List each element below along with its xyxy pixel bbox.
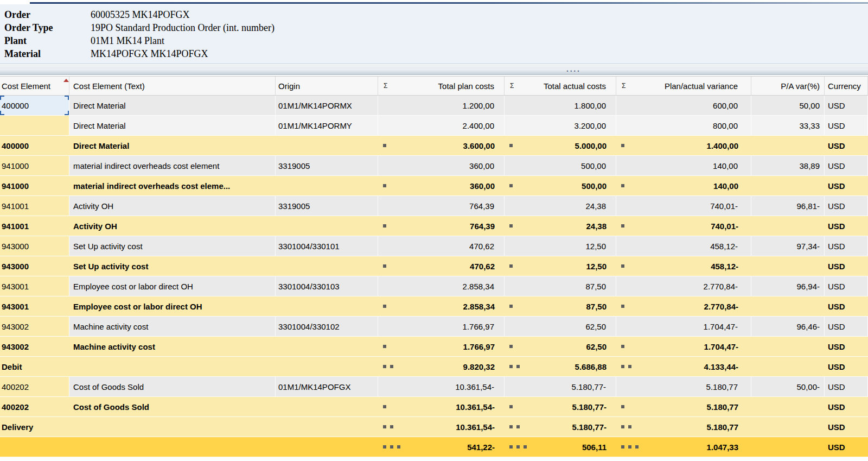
cell-total-actual-costs[interactable]: 5.180,77- (505, 417, 616, 437)
cell-pa-var-pct[interactable] (751, 357, 825, 376)
cell-total-plan-costs[interactable]: 1.766,97 (378, 317, 505, 336)
cell-plan-actual-variance[interactable]: 5.180,77 (616, 397, 751, 416)
cell-total-plan-costs[interactable]: 1.766,97 (378, 337, 505, 356)
cell-plan-actual-variance[interactable]: 4.133,44- (616, 357, 751, 376)
cell-total-actual-costs[interactable]: 5.180,77- (505, 397, 616, 416)
cell-plan-actual-variance[interactable]: 1.704,47- (616, 317, 751, 336)
cell-cost-element[interactable]: 941001 (0, 216, 69, 236)
cell-origin[interactable] (276, 296, 378, 316)
cell-cost-element[interactable]: 941000 (0, 176, 69, 195)
cell-currency[interactable]: USD (825, 96, 868, 115)
cell-cost-element[interactable]: Delivery (0, 417, 69, 437)
cell-currency[interactable]: USD (825, 196, 868, 216)
cell-total-plan-costs[interactable]: 3.600,00 (378, 136, 505, 155)
column-header-cost-element[interactable]: Cost Element (0, 77, 69, 95)
cell-origin[interactable]: 01M1/MK14PORMX (276, 96, 378, 115)
cell-origin[interactable] (276, 337, 378, 356)
cell-cost-element-text[interactable]: Cost of Goods Sold (69, 397, 276, 416)
cell-currency[interactable]: USD (825, 437, 868, 457)
cell-pa-var-pct[interactable]: 97,34- (751, 236, 825, 256)
cell-total-plan-costs[interactable]: 2.400,00 (378, 116, 505, 135)
cell-cost-element-text[interactable]: Set Up activity cost (69, 256, 276, 276)
cell-cost-element-text[interactable]: Activity OH (69, 196, 276, 216)
cell-plan-actual-variance[interactable]: 458,12- (616, 256, 751, 276)
cell-total-actual-costs[interactable]: 87,50 (505, 296, 616, 316)
cell-currency[interactable]: USD (825, 176, 868, 195)
cell-total-plan-costs[interactable]: 10.361,54- (378, 377, 505, 396)
cell-cost-element-text[interactable]: Direct Material (69, 136, 276, 155)
cell-cost-element-text[interactable]: Machine activity cost (69, 337, 276, 356)
column-header-total-plan-costs[interactable]: Σ Total plan costs (378, 77, 505, 95)
cell-currency[interactable]: USD (825, 136, 868, 155)
cell-currency[interactable]: USD (825, 256, 868, 276)
cell-total-plan-costs[interactable]: 10.361,54- (378, 397, 505, 416)
cell-plan-actual-variance[interactable]: 1.047,33 (616, 437, 751, 457)
cell-origin[interactable] (276, 397, 378, 416)
cell-origin[interactable] (276, 437, 378, 457)
cell-cost-element-text[interactable]: Direct Material (69, 96, 276, 115)
cell-total-plan-costs[interactable]: 10.361,54- (378, 417, 505, 437)
cell-cost-element[interactable]: 943000 (0, 256, 69, 276)
cell-total-actual-costs[interactable]: 500,00 (505, 176, 616, 195)
cell-currency[interactable]: USD (825, 357, 868, 376)
cell-plan-actual-variance[interactable]: 5.180,77 (616, 377, 751, 396)
cell-cost-element-text[interactable]: Activity OH (69, 216, 276, 236)
cell-currency[interactable]: USD (825, 417, 868, 437)
cell-origin[interactable] (276, 176, 378, 195)
cell-origin[interactable]: 3319005 (276, 196, 378, 216)
cell-origin[interactable]: 3301004/330103 (276, 276, 378, 296)
cell-cost-element[interactable]: 943002 (0, 317, 69, 336)
column-header-pa-var-pct[interactable]: P/A var(%) (751, 77, 825, 95)
cell-total-plan-costs[interactable]: 2.858,34 (378, 276, 505, 296)
cell-total-actual-costs[interactable]: 1.800,00 (505, 96, 616, 115)
cell-origin[interactable] (276, 216, 378, 236)
cell-plan-actual-variance[interactable]: 140,00 (616, 156, 751, 175)
cell-cost-element[interactable]: 400202 (0, 377, 69, 396)
cell-plan-actual-variance[interactable]: 1.400,00 (616, 136, 751, 155)
cell-origin[interactable]: 01M1/MK14POFGX (276, 377, 378, 396)
cell-origin[interactable] (276, 256, 378, 276)
cell-cost-element[interactable]: 941001 (0, 196, 69, 216)
cell-pa-var-pct[interactable] (751, 296, 825, 316)
cell-cost-element-text[interactable]: Employee cost or labor direct OH (69, 276, 276, 296)
cell-plan-actual-variance[interactable]: 5.180,77 (616, 417, 751, 437)
cell-plan-actual-variance[interactable]: 1.704,47- (616, 337, 751, 356)
cell-cost-element-text[interactable] (69, 437, 276, 457)
cell-total-actual-costs[interactable]: 62,50 (505, 317, 616, 336)
cell-currency[interactable]: USD (825, 276, 868, 296)
cell-cost-element[interactable] (0, 116, 69, 135)
cell-total-actual-costs[interactable]: 5.000,00 (505, 136, 616, 155)
cell-plan-actual-variance[interactable]: 458,12- (616, 236, 751, 256)
cell-origin[interactable]: 3301004/330102 (276, 317, 378, 336)
cell-plan-actual-variance[interactable]: 2.770,84- (616, 296, 751, 316)
cell-total-actual-costs[interactable]: 5.686,88 (505, 357, 616, 376)
cell-cost-element-text[interactable] (69, 357, 276, 376)
cell-total-plan-costs[interactable]: 9.820,32 (378, 357, 505, 376)
cell-pa-var-pct[interactable]: 96,46- (751, 317, 825, 336)
cell-pa-var-pct[interactable] (751, 437, 825, 457)
cell-cost-element-text[interactable] (69, 417, 276, 437)
cell-cost-element-text[interactable]: material indirect overheads cost element (69, 156, 276, 175)
cell-total-plan-costs[interactable]: 470,62 (378, 236, 505, 256)
cell-cost-element[interactable]: 943001 (0, 276, 69, 296)
cell-cost-element-text[interactable]: Machine activity cost (69, 317, 276, 336)
cell-total-actual-costs[interactable]: 24,38 (505, 196, 616, 216)
cell-total-plan-costs[interactable]: 470,62 (378, 256, 505, 276)
cell-pa-var-pct[interactable]: 33,33 (751, 116, 825, 135)
cell-currency[interactable]: USD (825, 337, 868, 356)
cell-cost-element[interactable]: 400000 (0, 96, 69, 115)
cell-pa-var-pct[interactable] (751, 256, 825, 276)
cell-currency[interactable]: USD (825, 236, 868, 256)
cell-cost-element-text[interactable]: Employee cost or labor direct OH (69, 296, 276, 316)
cell-pa-var-pct[interactable]: 50,00- (751, 377, 825, 396)
cell-cost-element-text[interactable]: Cost of Goods Sold (69, 377, 276, 396)
cell-currency[interactable]: USD (825, 317, 868, 336)
cell-currency[interactable]: USD (825, 156, 868, 175)
cell-total-actual-costs[interactable]: 12,50 (505, 256, 616, 276)
cell-plan-actual-variance[interactable]: 740,01- (616, 216, 751, 236)
cell-pa-var-pct[interactable]: 96,81- (751, 196, 825, 216)
column-header-cost-element-text[interactable]: Cost Element (Text) (69, 77, 276, 95)
cell-cost-element[interactable]: 943000 (0, 236, 69, 256)
cell-plan-actual-variance[interactable]: 600,00 (616, 96, 751, 115)
cell-pa-var-pct[interactable] (751, 216, 825, 236)
